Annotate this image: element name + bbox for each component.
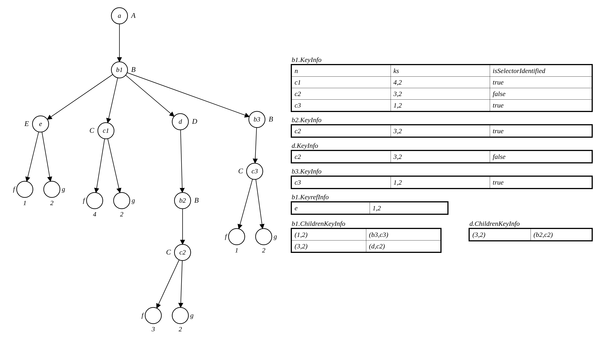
tree-edge (239, 179, 253, 229)
d-childrenkeyinfo-title: d.ChildrenKeyInfo (470, 220, 593, 227)
table-row: (1,2)(b3,c3) (291, 229, 441, 240)
leaf-value-label: 2 (50, 199, 54, 206)
leaf-value-label: 3 (151, 325, 155, 333)
tree-node-type: B (194, 196, 199, 204)
b1-keyinfo-title: b1.KeyInfo (292, 56, 593, 64)
header-isSel: isSelectorIdentified (490, 65, 592, 77)
tree-node-label: d (179, 118, 182, 125)
tree-node-type: D (192, 117, 197, 125)
b1-childrenkeyinfo-table: (1,2)(b3,c3) (3,2)(d,c2) (291, 228, 441, 253)
leaf-value-label: 4 (93, 210, 97, 218)
leaf-name-label: f (141, 311, 144, 319)
table-row: (3,2)(d,c2) (291, 240, 441, 252)
table-row: c31,2true (291, 176, 592, 189)
leaf-name-label: g (62, 185, 65, 193)
tree-edge (108, 78, 118, 123)
tree-node-c3f (228, 229, 245, 245)
tree-node-c2g (172, 307, 188, 324)
tree-edge (126, 75, 174, 116)
tree-node-type: C (89, 126, 95, 134)
tree-node-label: c3 (252, 167, 258, 175)
table-row: n ks isSelectorIdentified (291, 65, 592, 77)
b1-keyrefinfo-table: e1,2 (291, 201, 449, 215)
leaf-value-label: 2 (179, 325, 182, 333)
b2-keyinfo-table: c23,2true (291, 124, 593, 138)
d-keyinfo-table: c23,2false (291, 150, 593, 163)
table-row: c31,2true (291, 100, 592, 112)
tree-node-label: b2 (179, 197, 186, 204)
leaf-value-label: 1 (235, 246, 238, 254)
leaf-value-label: 2 (262, 246, 266, 254)
tree-node-c1f (86, 193, 103, 209)
leaf-value-label: 1 (23, 199, 27, 206)
tree-node-label: c1 (103, 127, 109, 134)
tree-edge (96, 139, 105, 193)
tree-node-c1g (114, 193, 130, 209)
tree-node-c2f (145, 307, 161, 324)
table-row: e1,2 (291, 202, 448, 214)
tree-edge (256, 179, 263, 229)
tree-edge (181, 130, 182, 193)
tables-area: b1.KeyInfo n ks isSelectorIdentified c14… (291, 52, 593, 253)
b1-keyinfo-table: n ks isSelectorIdentified c14,2true c23,… (291, 64, 593, 112)
leaf-name-label: f (83, 197, 86, 204)
tree-node-type: E (24, 119, 29, 128)
tree-edge (181, 261, 182, 307)
tree-node-type: C (166, 248, 171, 256)
table-row: c23,2true (291, 125, 592, 137)
leaf-name-label: g (132, 197, 135, 204)
table-row: c23,2false (291, 150, 592, 163)
tree-node-type: B (269, 115, 273, 123)
d-childrenkeyinfo-table: (3,2)(b2,c2) (469, 228, 593, 241)
table-row: c14,2true (291, 77, 592, 88)
tree-node-type: B (131, 65, 136, 74)
table-row: (3,2)(b2,c2) (469, 229, 592, 241)
tree-edge (42, 132, 51, 181)
tree-edge (108, 139, 120, 193)
b3-keyinfo-table: c31,2true (291, 176, 593, 189)
tree-node-label: e (39, 120, 42, 127)
tree-node-eg (44, 181, 60, 197)
tree-edge (27, 132, 39, 182)
leaf-name-label: g (274, 233, 277, 240)
b1-childrenkeyinfo-title: b1.ChildrenKeyInfo (292, 220, 441, 227)
tree-edge (255, 128, 257, 163)
tree-node-type: A (131, 11, 136, 19)
b2-keyinfo-title: b2.KeyInfo (292, 116, 593, 124)
tree-edge (127, 73, 249, 117)
tree-node-c3g (256, 229, 272, 245)
header-n: n (291, 65, 391, 77)
header-ks: ks (391, 65, 490, 77)
leaf-name-label: f (225, 233, 228, 240)
b3-keyinfo-title: b3.KeyInfo (292, 167, 593, 175)
tree-node-label: b1 (116, 66, 123, 73)
leaf-name-label: f (13, 185, 16, 193)
b1-keyrefinfo-title: b1.KeyrefInfo (292, 193, 593, 201)
leaf-value-label: 2 (120, 210, 124, 218)
tree-diagram: aAb1BeEc1CdDb3Bf1g2f4g2b2Bc2Cf3g2c3Cf1g2 (0, 0, 291, 364)
leaf-name-label: g (190, 311, 194, 319)
tree-node-label: b3 (254, 115, 260, 123)
tree-edge (47, 74, 113, 119)
tree-node-label: a (118, 12, 121, 19)
tree-node-ef (17, 181, 33, 197)
d-keyinfo-title: d.KeyInfo (292, 142, 593, 150)
table-row: c23,2false (291, 88, 592, 100)
tree-edge (157, 260, 179, 308)
tree-node-type: C (238, 167, 243, 175)
tree-node-label: c2 (179, 248, 186, 256)
diagram-page: aAb1BeEc1CdDb3Bf1g2f4g2b2Bc2Cf3g2c3Cf1g2… (0, 0, 602, 364)
